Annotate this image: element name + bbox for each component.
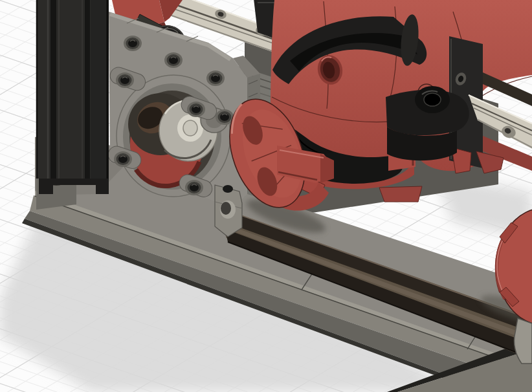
tension-screw — [223, 185, 233, 193]
socket-screw — [187, 102, 205, 117]
socket-screw — [124, 36, 142, 51]
socket-screw — [116, 72, 134, 88]
rotor-opening — [123, 83, 221, 190]
extrusion-slot — [50, 0, 56, 179]
socket-screw — [206, 71, 225, 86]
tension-hole-bore — [221, 202, 231, 215]
aluminum-extrusion[interactable] — [36, 0, 109, 194]
cad-viewport[interactable] — [0, 0, 532, 392]
socket-screw — [185, 180, 203, 195]
socket-screw — [164, 52, 183, 68]
disc-bore — [183, 120, 197, 136]
clamp-screw-hex — [424, 93, 441, 106]
socket-screw — [114, 151, 132, 167]
tension-block[interactable] — [215, 185, 242, 237]
clamp-lobe — [379, 186, 422, 202]
extrusion-slot — [85, 0, 90, 179]
model-canvas[interactable] — [0, 0, 532, 392]
extrusion-side — [91, 0, 109, 179]
